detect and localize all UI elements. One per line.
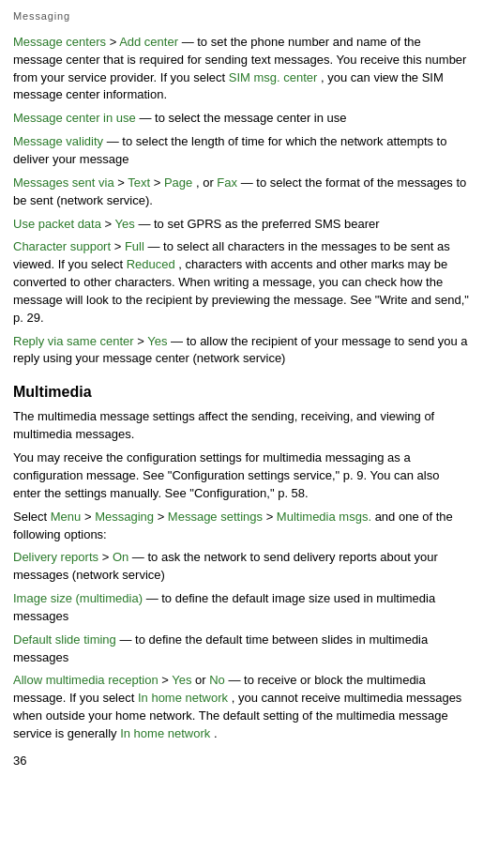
- no-link-multimedia: No: [209, 673, 225, 687]
- multimedia-config-para: You may receive the configuration settin…: [13, 449, 470, 503]
- page-header: Messaging: [13, 9, 470, 24]
- yes-link-reply: Yes: [147, 334, 167, 348]
- page-link: Page: [164, 175, 192, 190]
- use-packet-data-para: Use packet data > Yes — to set GPRS as t…: [13, 216, 470, 234]
- in-home-network-link-1: In home network: [138, 691, 228, 705]
- allow-multimedia-reception-link: Allow multimedia reception: [13, 673, 158, 687]
- message-center-in-use-link: Message center in use: [13, 111, 136, 125]
- delivery-reports-para: Delivery reports > On — to ask the netwo…: [13, 549, 470, 585]
- message-validity-link: Message validity: [13, 134, 103, 148]
- messages-sent-via-link: Messages sent via: [13, 175, 114, 190]
- default-slide-timing-link: Default slide timing: [13, 632, 116, 647]
- allow-multimedia-reception-para: Allow multimedia reception > Yes or No —…: [13, 672, 470, 742]
- page-content: Messaging Message centers > Add center —…: [13, 9, 470, 770]
- message-centers-para: Message centers > Add center — to set th…: [13, 34, 470, 104]
- reduced-link: Reduced: [127, 257, 175, 271]
- delivery-reports-link: Delivery reports: [13, 550, 98, 564]
- message-validity-para: Message validity — to select the length …: [13, 133, 470, 169]
- message-centers-link: Message centers: [13, 35, 106, 49]
- multimedia-heading: Multimedia: [13, 381, 470, 403]
- yes-link-multimedia: Yes: [172, 673, 191, 687]
- messages-sent-via-para: Messages sent via > Text > Page , or Fax…: [13, 175, 470, 210]
- image-size-para: Image size (multimedia) — to define the …: [13, 590, 470, 626]
- multimedia-intro-para: The multimedia message settings affect t…: [13, 408, 470, 444]
- add-center-link: Add center: [119, 35, 178, 49]
- reply-via-same-center-para: Reply via same center > Yes — to allow t…: [13, 333, 470, 369]
- fax-link: Fax: [217, 175, 237, 190]
- yes-link-packet: Yes: [115, 217, 135, 231]
- menu-link: Menu: [51, 510, 82, 524]
- message-settings-link: Message settings: [168, 510, 263, 524]
- character-support-link: Character support: [13, 239, 111, 253]
- multimedia-select-para: Select Menu > Messaging > Message settin…: [13, 509, 470, 544]
- character-support-para: Character support > Full — to select all…: [13, 238, 470, 327]
- default-slide-timing-para: Default slide timing — to define the def…: [13, 632, 470, 667]
- reply-via-same-center-link: Reply via same center: [13, 334, 134, 348]
- use-packet-data-link: Use packet data: [13, 217, 101, 231]
- page-number: 36: [13, 753, 470, 770]
- message-center-in-use-para: Message center in use — to select the me…: [13, 110, 470, 128]
- multimedia-msgs-link: Multimedia msgs.: [277, 510, 371, 524]
- image-size-link: Image size (multimedia): [13, 591, 143, 605]
- header-title: Messaging: [13, 10, 70, 22]
- on-link: On: [113, 550, 128, 564]
- sim-msg-center-link: SIM msg. center: [229, 70, 318, 84]
- text-link: Text: [128, 175, 150, 190]
- in-home-network-link-2: In home network: [120, 726, 210, 740]
- full-link: Full: [125, 239, 144, 253]
- messaging-link: Messaging: [95, 510, 154, 524]
